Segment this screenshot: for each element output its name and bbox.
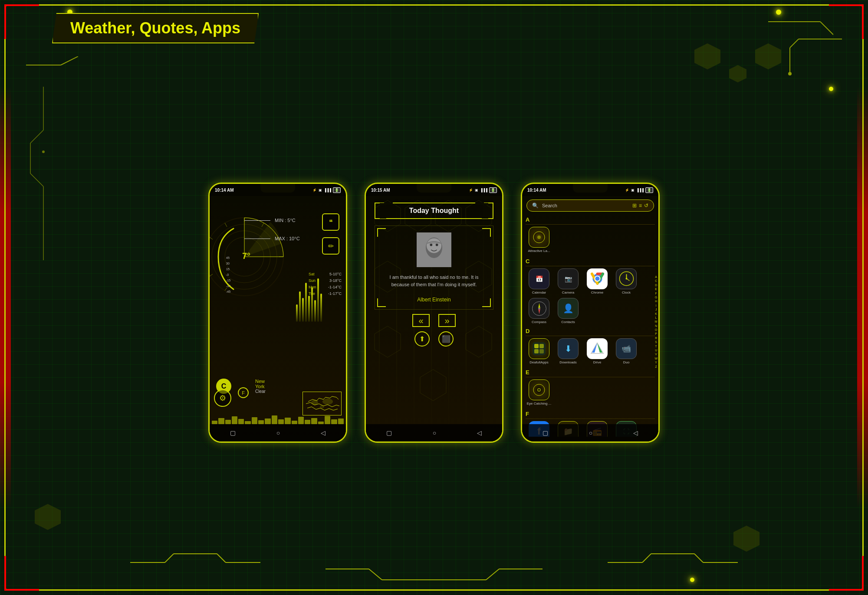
drive-name: Drive	[593, 360, 602, 365]
idx-m[interactable]: M	[654, 320, 658, 324]
svg-line-88	[217, 554, 226, 562]
app-duo[interactable]: 📹 Duo	[613, 338, 640, 365]
bottom-circuit-right	[608, 552, 738, 573]
f-temperature-indicator[interactable]: F	[238, 387, 249, 398]
app-eyecatching[interactable]: Eye Catching ...	[526, 379, 552, 406]
letter-d: D	[526, 327, 655, 336]
idx-j[interactable]: J	[654, 308, 658, 311]
app-defaultapps[interactable]: DeafultApps	[526, 338, 552, 365]
app-drive[interactable]: Drive	[584, 338, 611, 365]
eq-bar-15	[305, 420, 310, 424]
top-right-circuit	[755, 35, 842, 78]
app-compass[interactable]: Compass	[526, 298, 552, 324]
max-temp-line	[244, 239, 270, 239]
search-bar[interactable]: 🔍 Search ⊞ ≡ ↺	[526, 199, 654, 212]
nav-back-3[interactable]: ◁	[633, 429, 638, 436]
idx-a[interactable]: A	[654, 275, 658, 279]
idx-p[interactable]: P	[654, 332, 658, 336]
chrome-name: Chrome	[591, 291, 603, 295]
svg-line-91	[642, 554, 651, 562]
app-calendar[interactable]: 📅 Calendar	[526, 268, 552, 295]
phone-thought: 10:15 AM ⚡ ▣ ▐▐▐ 🔋	[365, 183, 503, 443]
quote-card: I am thankful to all who said no to me. …	[375, 226, 493, 310]
svg-line-1	[820, 22, 833, 35]
idx-l[interactable]: L	[654, 316, 658, 320]
eq-bar-12	[285, 418, 290, 424]
refresh-icon[interactable]: ↺	[644, 203, 648, 209]
grid-view-icon[interactable]: ⊞	[632, 203, 637, 209]
letter-c: C	[526, 257, 655, 266]
idx-d[interactable]: D	[654, 284, 658, 287]
app-camera[interactable]: 📷 Camera	[555, 268, 582, 295]
nav-square-3[interactable]: ▢	[542, 429, 548, 436]
idx-o[interactable]: O	[654, 328, 658, 332]
nav-back-1[interactable]: ◁	[321, 429, 326, 436]
app-chrome[interactable]: Chrome	[584, 268, 611, 295]
corner-bl	[4, 556, 39, 591]
idx-i[interactable]: I	[654, 304, 658, 307]
thought-header: Today Thought	[375, 203, 493, 219]
svg-point-54	[595, 277, 599, 281]
app-downloads[interactable]: ⬇ Downloads	[555, 338, 582, 365]
nav-circle-3[interactable]: ○	[589, 429, 592, 436]
idx-c[interactable]: C	[654, 279, 658, 283]
calendar-name: Calendar	[532, 291, 546, 295]
svg-rect-64	[534, 344, 539, 348]
app-attractive[interactable]: Attractive La...	[526, 227, 552, 253]
idx-g[interactable]: G	[654, 296, 658, 299]
signal-icon: ▐▐▐	[324, 188, 331, 192]
idx-z[interactable]: Z	[654, 365, 658, 369]
quote-corner-bl	[377, 298, 386, 307]
idx-n[interactable]: N	[654, 324, 658, 328]
idx-f[interactable]: F	[654, 292, 658, 295]
phone3-battery: 🔋	[645, 187, 653, 193]
compass-name: Compass	[532, 320, 546, 324]
idx-s[interactable]: S	[654, 340, 658, 344]
phone2-wifi: ▣	[475, 188, 478, 192]
eq-bar-13	[292, 421, 297, 424]
idx-k[interactable]: K	[654, 312, 658, 316]
svg-point-31	[311, 400, 318, 405]
svg-marker-40	[375, 326, 401, 357]
apps-c-row1: 📅 Calendar 📷 Camera	[526, 268, 655, 295]
idx-t[interactable]: T	[654, 345, 658, 348]
app-clock[interactable]: Clock	[613, 268, 640, 295]
nav-square-2[interactable]: ▢	[386, 429, 392, 436]
section-a: A Attractive La...	[526, 215, 655, 253]
svg-text:7°: 7°	[242, 251, 250, 261]
search-actions: ⊞ ≡ ↺	[632, 203, 648, 209]
svg-line-5	[486, 569, 499, 580]
phone-weather: 10:14 AM ⚡ ▣ ▐▐▐ 🔋	[208, 183, 347, 443]
edit-icon-btn[interactable]: ✏	[322, 237, 339, 255]
phone3-bluetooth: ⚡	[625, 188, 629, 192]
bottom-circuit-left	[130, 552, 260, 573]
calendar-icon: 📅	[529, 268, 549, 289]
quote-corner-tr	[482, 228, 491, 237]
nav-circle-2[interactable]: ○	[433, 429, 436, 436]
idx-r[interactable]: R	[654, 337, 658, 340]
idx-u[interactable]: U	[654, 349, 658, 352]
compass-icon	[529, 298, 549, 319]
idx-w[interactable]: W	[654, 357, 658, 360]
duo-name: Duo	[623, 360, 630, 365]
phone3-signal: ▐▐▐	[636, 188, 644, 192]
settings-button[interactable]: ⚙	[214, 389, 231, 407]
svg-line-8	[61, 56, 78, 65]
idx-e[interactable]: E	[654, 288, 658, 291]
svg-line-3	[369, 569, 382, 580]
app-contacts[interactable]: 👤 Contacts	[555, 298, 582, 324]
idx-h[interactable]: H	[654, 300, 658, 303]
idx-y[interactable]: Y	[654, 361, 658, 364]
eq-bar-8	[258, 420, 264, 424]
forecast-temp-sat: 5-10°C	[329, 272, 342, 276]
nav-circle-1[interactable]: ○	[276, 429, 280, 436]
forecast-mon: Mon -1-14°C	[309, 285, 342, 289]
section-d: D D	[526, 327, 655, 365]
phone2-status-icons: ⚡ ▣ ▐▐▐ 🔋	[469, 187, 497, 193]
nav-square-1[interactable]: ▢	[230, 429, 236, 436]
idx-v[interactable]: V	[654, 353, 658, 356]
quote-icon-btn[interactable]: ❝	[322, 213, 339, 231]
nav-back-2[interactable]: ◁	[477, 429, 482, 436]
eq-bar-4	[232, 416, 237, 424]
list-view-icon[interactable]: ≡	[639, 203, 642, 209]
